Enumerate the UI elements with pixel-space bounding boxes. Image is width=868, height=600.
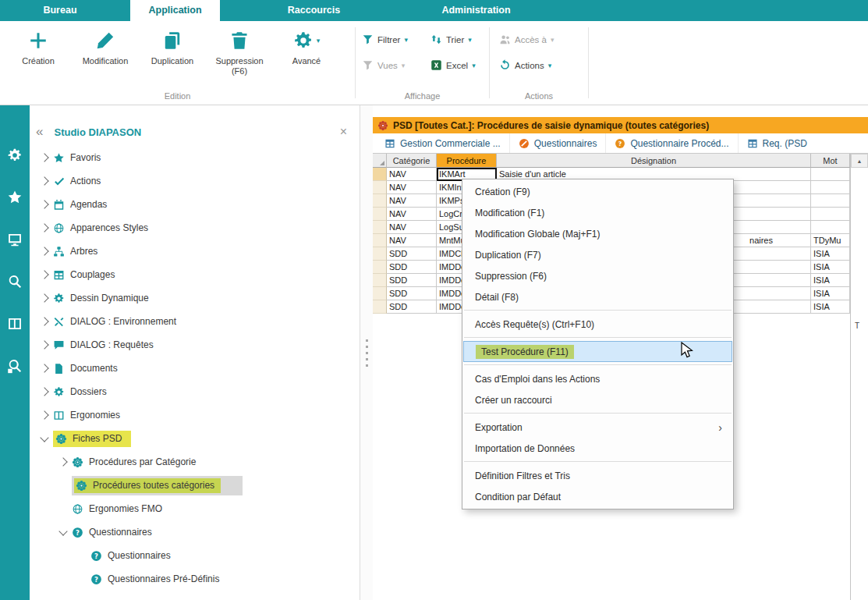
ribbon-tab-bureau[interactable]: Bureau <box>17 0 103 21</box>
chevron-right-icon[interactable] <box>40 176 48 185</box>
ribbon-tab-application[interactable]: Application <box>130 0 220 21</box>
trier-button[interactable]: Trier ▾ <box>430 34 490 45</box>
tree-item-dialog-requetes[interactable]: DIALOG : Requêtes <box>30 333 360 357</box>
column-header-designation[interactable]: Désignation <box>497 154 811 168</box>
chevron-right-icon[interactable] <box>40 247 48 255</box>
column-header-procedure[interactable]: Procédure <box>437 154 497 168</box>
tree-item-fiches-psd[interactable]: Fiches PSD <box>30 427 360 450</box>
chevron-right-icon[interactable] <box>40 153 48 162</box>
creation-button[interactable]: Création <box>5 23 72 90</box>
tree-item-documents[interactable]: Documents <box>30 357 360 380</box>
menu-item-modification-globale[interactable]: Modification Globale (Maj+F1) <box>462 223 733 244</box>
avance-button[interactable]: ▾ Avancé <box>273 23 340 90</box>
chevron-right-icon[interactable] <box>40 200 48 208</box>
cell-mot[interactable]: ISIA <box>811 300 850 314</box>
excel-button[interactable]: Excel ▾ <box>430 59 490 71</box>
menu-item-suppression[interactable]: Suppression (F6) <box>462 265 733 286</box>
tree-item-dessin-dynamique[interactable]: Dessin Dynamique <box>30 286 360 310</box>
chevron-down-icon[interactable] <box>40 433 48 442</box>
tree-item-favoris[interactable]: Favoris <box>30 146 360 169</box>
menu-item-condition-par-defaut[interactable]: Condition par Défaut <box>462 486 733 507</box>
suppression-button[interactable]: Suppression(F6) <box>206 23 273 90</box>
tree-item-couplages[interactable]: Couplages <box>30 263 360 286</box>
cell-categorie[interactable]: NAV <box>387 168 437 181</box>
row-selector[interactable] <box>373 221 387 234</box>
monitor-icon[interactable] <box>7 232 23 247</box>
chevron-right-icon[interactable] <box>40 317 48 325</box>
chevron-right-icon[interactable] <box>40 387 48 396</box>
menu-item-creer-raccourci[interactable]: Créer un raccourci <box>462 389 733 410</box>
tree-item-arbres[interactable]: Arbres <box>30 240 360 263</box>
modification-button[interactable]: Modification <box>72 23 139 90</box>
cell-categorie[interactable]: SDD <box>387 274 437 287</box>
cell-categorie[interactable]: SDD <box>387 287 437 300</box>
cell-mot[interactable] <box>811 208 850 221</box>
tree-item-agendas[interactable]: Agendas <box>30 193 360 216</box>
menu-item-creation[interactable]: Création (F9) <box>462 181 733 202</box>
ribbon-tab-raccourcis[interactable]: Raccourcis <box>269 0 359 21</box>
tab-req-psd[interactable]: Req. (PSD <box>738 133 816 153</box>
menu-item-acces-requetes[interactable]: Accès Requête(s) (Ctrl+F10) <box>462 314 733 335</box>
row-selector[interactable] <box>373 287 387 300</box>
column-header-mot[interactable]: Mot <box>811 154 850 168</box>
row-selector[interactable] <box>373 208 387 221</box>
tree-item-dialog-environnement[interactable]: DIALOG : Environnement <box>30 310 360 333</box>
tab-questionnaires[interactable]: Questionnaires <box>509 133 606 153</box>
menu-item-definition-filtres-tris[interactable]: Définition Filtres et Tris <box>462 465 733 486</box>
tree-item-ergonomies-fmo[interactable]: Ergonomies FMO <box>30 497 360 520</box>
acces-a-button[interactable]: Accès à ▾ <box>499 34 588 45</box>
cell-mot[interactable] <box>811 181 850 194</box>
collapse-panel-button[interactable]: « <box>36 124 43 140</box>
menu-item-detail[interactable]: Détail (F8) <box>462 286 733 307</box>
row-selector[interactable] <box>373 274 387 287</box>
menu-item-duplication[interactable]: Duplication (F7) <box>462 244 733 265</box>
cell-categorie[interactable]: NAV <box>387 181 437 194</box>
row-selector[interactable] <box>373 181 387 194</box>
chevron-right-icon[interactable] <box>40 410 48 419</box>
row-selector[interactable] <box>373 234 387 247</box>
cell-categorie[interactable]: SDD <box>387 247 437 261</box>
tree-item-questionnaires-pre-definis[interactable]: Questionnaires Pré-Définis <box>30 567 360 591</box>
columns-icon[interactable] <box>7 316 23 332</box>
cell-categorie[interactable]: SDD <box>387 300 437 314</box>
cell-categorie[interactable]: NAV <box>387 194 437 208</box>
tree-item-questionnaires[interactable]: Questionnaires <box>30 520 360 544</box>
chevron-right-icon[interactable] <box>40 293 48 302</box>
row-selector[interactable] <box>373 247 387 261</box>
cell-mot[interactable]: ISIA <box>811 247 850 261</box>
menu-item-cas-emploi-actions[interactable]: Cas d'Emploi dans les Actions <box>462 368 733 389</box>
chevron-right-icon[interactable] <box>40 270 48 279</box>
chevron-down-icon[interactable] <box>58 527 67 535</box>
cell-mot[interactable]: ISIA <box>811 274 850 287</box>
row-selector[interactable] <box>373 168 387 181</box>
cell-categorie[interactable]: NAV <box>387 221 437 234</box>
actions-button[interactable]: Actions ▾ <box>499 59 588 71</box>
cell-mot[interactable] <box>811 168 850 181</box>
gear-icon[interactable] <box>7 147 23 163</box>
filtrer-button[interactable]: Filtrer ▾ <box>362 34 430 45</box>
tab-gestion-commerciale[interactable]: Gestion Commerciale ... <box>376 133 509 153</box>
row-selector[interactable] <box>373 261 387 274</box>
grid-scrollbar[interactable]: ▲ T <box>850 154 868 600</box>
star-icon[interactable] <box>7 190 23 205</box>
cell-mot[interactable] <box>811 221 850 234</box>
close-panel-button[interactable]: × <box>340 125 352 139</box>
cell-mot[interactable]: TDyMu <box>811 234 850 247</box>
chevron-right-icon[interactable] <box>40 340 48 349</box>
tree-item-dossiers[interactable]: Dossiers <box>30 380 360 403</box>
column-header-categorie[interactable]: Catégorie <box>387 154 437 168</box>
tree-item-procedures-par-categorie[interactable]: Procédures par Catégorie <box>30 450 360 474</box>
menu-item-modification[interactable]: Modification (F1) <box>462 202 733 223</box>
menu-item-importation-donnees[interactable]: Importation de Données <box>462 438 733 459</box>
cell-mot[interactable]: ISIA <box>811 261 850 274</box>
cell-categorie[interactable]: NAV <box>387 234 437 247</box>
tree-item-apparences-styles[interactable]: Apparences Styles <box>30 216 360 240</box>
search-plus-icon[interactable] <box>7 358 23 374</box>
tree-item-actions[interactable]: Actions <box>30 169 360 193</box>
cell-categorie[interactable]: NAV <box>387 208 437 221</box>
row-selector[interactable] <box>373 194 387 208</box>
vues-button[interactable]: Vues ▾ <box>362 59 430 71</box>
tree-item-procedures-toutes-categories[interactable]: Procédures toutes catégories <box>30 474 360 497</box>
cell-mot[interactable]: ISIA <box>811 287 850 300</box>
chevron-right-icon[interactable] <box>40 364 48 372</box>
